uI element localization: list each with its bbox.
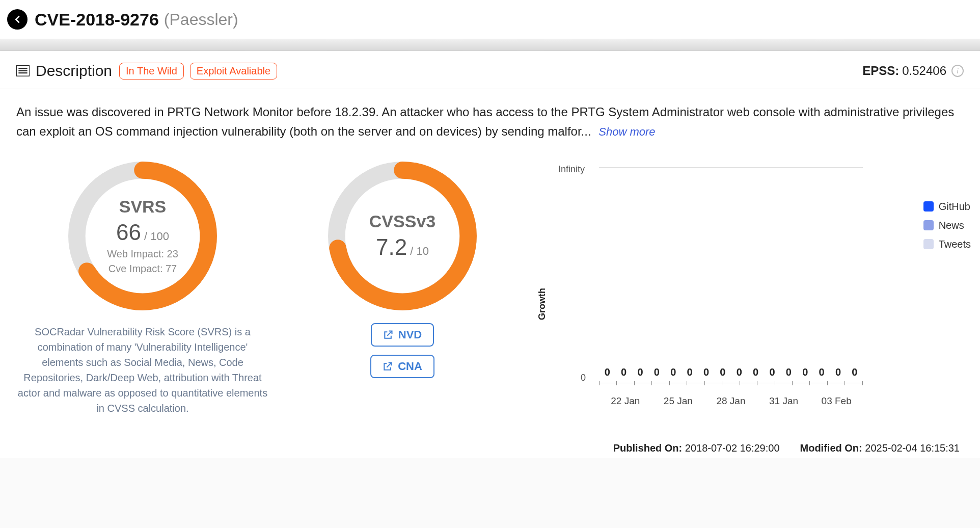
legend-item[interactable]: Tweets <box>923 239 971 250</box>
cna-label: CNA <box>398 360 422 373</box>
svrs-column: SVRS 66 / 100 Web Impact: 23 Cve Impact:… <box>0 157 285 442</box>
arrow-left-icon <box>12 14 23 25</box>
y-tick-zero: 0 <box>581 373 586 383</box>
legend-label: Tweets <box>939 239 971 250</box>
published-label: Published On: <box>613 442 683 454</box>
external-link-icon <box>383 330 393 340</box>
y-axis-label: Growth <box>537 288 548 320</box>
legend-label: GitHub <box>939 201 970 213</box>
svrs-max: / 100 <box>144 230 169 243</box>
external-link-icon <box>383 361 393 372</box>
description-text-block: An issue was discovered in PRTG Network … <box>0 89 980 152</box>
growth-chart: Infinity 0 Growth 0000000000000000 22 Ja… <box>520 157 980 442</box>
legend-item[interactable]: GitHub <box>923 201 971 213</box>
cvss-max: / 10 <box>410 245 429 258</box>
cvss-title: CVSSv3 <box>369 212 435 231</box>
legend-item[interactable]: News <box>923 220 971 231</box>
modified-label: Modified On: <box>800 442 862 454</box>
back-button[interactable] <box>7 9 28 30</box>
svrs-value: 66 <box>116 220 141 245</box>
legend-swatch <box>923 220 934 230</box>
plot-area <box>599 167 863 381</box>
epss-value: 0.52406 <box>902 64 946 78</box>
nvd-label: NVD <box>398 328 422 341</box>
vendor-name: (Paessler) <box>164 10 238 29</box>
in-the-wild-badge: In The Wild <box>119 63 184 80</box>
svrs-web-impact: Web Impact: 23 <box>107 248 178 260</box>
list-icon <box>16 65 30 76</box>
bar-value-labels: 0000000000000000 <box>599 366 863 378</box>
section-title: Description <box>36 62 112 80</box>
y-tick-infinity: Infinity <box>558 164 585 175</box>
svrs-gauge: SVRS 66 / 100 Web Impact: 23 Cve Impact:… <box>64 157 222 315</box>
modified-on: Modified On: 2025-02-04 16:15:31 <box>800 442 960 454</box>
cvss-gauge: CVSSv3 7.2 / 10 <box>323 157 481 315</box>
description-text: An issue was discovered in PRTG Network … <box>16 105 954 138</box>
header-divider <box>0 39 980 51</box>
cna-link-button[interactable]: CNA <box>370 355 434 378</box>
legend-swatch <box>923 239 934 249</box>
legend-label: News <box>939 220 964 231</box>
exploit-available-badge: Exploit Avaliable <box>190 63 277 80</box>
chart-legend: GitHubNewsTweets <box>923 201 971 250</box>
svrs-cve-impact: Cve Impact: 77 <box>108 263 177 275</box>
cve-id: CVE-2018-9276 <box>35 10 159 30</box>
description-section-head: Description In The Wild Exploit Avaliabl… <box>0 51 980 89</box>
published-on: Published On: 2018-07-02 16:29:00 <box>613 442 780 454</box>
svrs-title: SVRS <box>119 197 167 217</box>
published-value: 2018-07-02 16:29:00 <box>685 442 780 454</box>
legend-swatch <box>923 201 934 212</box>
page-header: CVE-2018-9276 (Paessler) <box>0 0 980 39</box>
svrs-description: SOCRadar Vulnerability Risk Score (SVRS)… <box>0 315 285 416</box>
info-icon[interactable]: i <box>951 65 964 77</box>
modified-value: 2025-02-04 16:15:31 <box>865 442 960 454</box>
x-tick-marks <box>599 381 863 386</box>
nvd-link-button[interactable]: NVD <box>371 323 434 347</box>
show-more-link[interactable]: Show more <box>598 125 655 138</box>
x-tick-labels: 22 Jan25 Jan28 Jan31 Jan03 Feb <box>599 395 863 407</box>
metrics-row: SVRS 66 / 100 Web Impact: 23 Cve Impact:… <box>0 152 980 442</box>
cvss-value: 7.2 <box>376 234 407 260</box>
epss-label: EPSS: <box>862 64 899 78</box>
footer-row: Published On: 2018-07-02 16:29:00 Modifi… <box>0 442 980 458</box>
cvss-column: CVSSv3 7.2 / 10 NVD CNA <box>285 157 520 442</box>
